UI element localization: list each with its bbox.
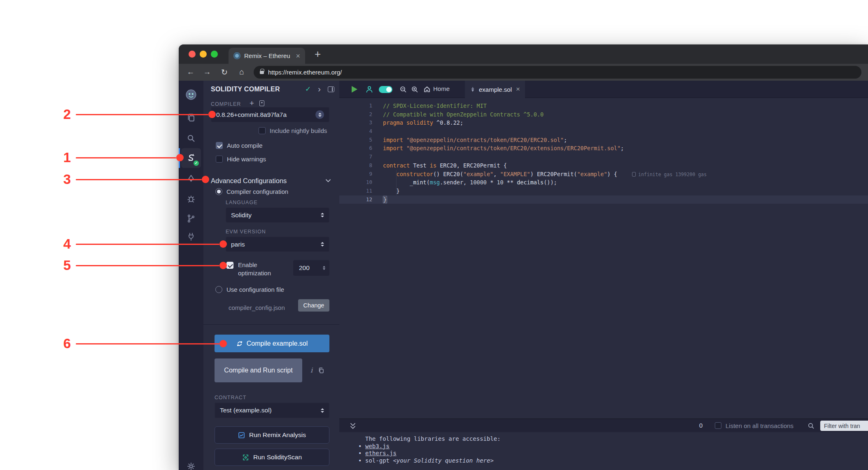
run-solidityscan-label: Run SolidityScan bbox=[253, 454, 302, 461]
settings-gear-icon[interactable] bbox=[181, 456, 201, 470]
run-solidityscan-button[interactable]: Run SolidityScan bbox=[215, 449, 329, 466]
use-configuration-file-radio[interactable] bbox=[215, 286, 222, 293]
compiler-configuration-radio-row[interactable]: Compiler configuration bbox=[215, 188, 288, 195]
back-icon[interactable]: ← bbox=[185, 67, 196, 77]
compile-button[interactable]: Compile example.sol bbox=[215, 335, 329, 352]
terminal-link[interactable]: web3.js bbox=[365, 443, 390, 449]
number-stepper-icon[interactable] bbox=[323, 266, 325, 270]
forward-icon[interactable]: → bbox=[202, 67, 212, 77]
transaction-filter-input[interactable] bbox=[820, 421, 868, 431]
panel-divider bbox=[203, 324, 339, 325]
new-tab-button[interactable]: + bbox=[315, 48, 321, 60]
browser-home-icon[interactable]: ⌂ bbox=[236, 67, 247, 77]
code-line[interactable]: 6import "@openzeppelin/contracts/token/E… bbox=[339, 144, 868, 153]
code-line[interactable]: 7 bbox=[339, 153, 868, 161]
code-line[interactable]: 12} bbox=[339, 195, 868, 204]
compile-and-run-button[interactable]: Compile and Run script bbox=[215, 358, 302, 382]
compile-and-run-label: Compile and Run script bbox=[224, 366, 292, 375]
change-config-button-label: Change bbox=[303, 302, 324, 309]
solidity-file-icon bbox=[470, 86, 476, 92]
code-line[interactable]: 10 _mint(msg.sender, 10000 * 10 ** decim… bbox=[339, 178, 868, 187]
solidityscan-icon bbox=[242, 454, 249, 461]
use-configuration-file-radio-row[interactable]: Use configuration file bbox=[215, 286, 284, 293]
optimization-runs-input[interactable]: 200 bbox=[293, 260, 329, 276]
config-file-name[interactable]: compiler_config.json bbox=[229, 304, 285, 311]
remix-logo-icon[interactable] bbox=[181, 85, 201, 105]
solidity-compiler-icon[interactable]: ✓ bbox=[181, 148, 201, 168]
window-zoom-button[interactable] bbox=[211, 51, 218, 58]
enable-optimization-checkbox[interactable] bbox=[226, 262, 233, 269]
chevron-right-icon[interactable]: › bbox=[318, 84, 321, 94]
indent-guide bbox=[396, 170, 397, 195]
hide-warnings-checkbox[interactable] bbox=[216, 156, 223, 163]
terminal-output[interactable]: The following libraries are accessible:•… bbox=[339, 432, 868, 470]
annotation-number: 1 bbox=[59, 150, 75, 165]
home-tab-icon[interactable] bbox=[423, 86, 431, 93]
contract-value: Test (example.sol) bbox=[220, 407, 272, 414]
language-select[interactable]: Solidity bbox=[226, 207, 329, 223]
browser-tab[interactable]: Remix – Ethereu × bbox=[229, 48, 305, 64]
code-line[interactable]: 9 constructor() ERC20("example", "EXAMPL… bbox=[339, 170, 868, 179]
address-bar[interactable]: https://remix.ethereum.org/ bbox=[254, 66, 861, 79]
window-close-button[interactable] bbox=[189, 51, 196, 58]
line-number: 7 bbox=[339, 153, 379, 161]
compile-success-badge-icon: ✓ bbox=[194, 161, 199, 166]
pin-panel-icon[interactable] bbox=[328, 86, 334, 92]
terminal-collapse-icon[interactable] bbox=[348, 421, 357, 430]
annotation-number: 2 bbox=[59, 107, 75, 122]
code-editor[interactable]: 1// SPDX-License-Identifier: MIT2// Comp… bbox=[339, 98, 868, 419]
zoom-out-icon[interactable] bbox=[399, 86, 407, 93]
chevron-down-icon bbox=[324, 177, 332, 184]
file-explorer-icon[interactable] bbox=[181, 108, 201, 128]
copy-icon[interactable] bbox=[318, 367, 324, 374]
run-script-play-icon[interactable] bbox=[352, 86, 357, 93]
zoom-in-icon[interactable] bbox=[411, 86, 418, 93]
auto-compile-row[interactable]: Auto compile bbox=[216, 142, 263, 149]
enable-optimization-row[interactable] bbox=[226, 262, 233, 269]
hide-warnings-row[interactable]: Hide warnings bbox=[216, 156, 266, 163]
terminal-link[interactable]: ethers.js bbox=[365, 450, 397, 456]
contract-select[interactable]: Test (example.sol) bbox=[215, 403, 329, 418]
code-line[interactable]: 11 } bbox=[339, 187, 868, 195]
code-line[interactable]: 3pragma solidity ^0.8.22; bbox=[339, 119, 868, 127]
search-icon[interactable] bbox=[181, 128, 201, 148]
source-control-icon[interactable] bbox=[181, 209, 201, 228]
include-nightly-checkbox[interactable] bbox=[259, 127, 266, 134]
window-minimize-button[interactable] bbox=[200, 51, 207, 58]
info-icon[interactable]: i bbox=[310, 366, 313, 374]
select-stepper-icon bbox=[321, 213, 324, 217]
include-nightly-row[interactable]: Include nightly builds bbox=[259, 127, 327, 134]
editor-tab-close-icon[interactable]: × bbox=[516, 85, 520, 93]
add-compiler-icon[interactable]: + bbox=[250, 99, 254, 108]
terminal-text: sol-gpt bbox=[365, 457, 393, 464]
code-line[interactable]: 4 bbox=[339, 127, 868, 136]
ai-copilot-toggle[interactable] bbox=[379, 86, 392, 93]
reload-icon[interactable]: ↻ bbox=[219, 67, 230, 77]
editor-file-tab[interactable]: example.sol × bbox=[465, 81, 525, 98]
code-line[interactable]: 5import "@openzeppelin/contracts/token/E… bbox=[339, 136, 868, 144]
plugin-manager-icon[interactable] bbox=[181, 227, 201, 247]
debugger-icon[interactable] bbox=[181, 189, 201, 209]
compiler-version-value: 0.8.26+commit.8a97fa7a bbox=[216, 111, 287, 119]
code-line[interactable]: 8contract Test is ERC20, ERC20Permit { bbox=[339, 161, 868, 170]
ai-assistant-icon[interactable] bbox=[366, 86, 373, 93]
load-compiler-file-icon[interactable] bbox=[259, 100, 264, 106]
bullet: • bbox=[358, 457, 362, 465]
change-config-button[interactable]: Change bbox=[298, 299, 329, 312]
listen-all-transactions-checkbox[interactable] bbox=[715, 422, 721, 429]
run-remix-analysis-button[interactable]: Run Remix Analysis bbox=[215, 426, 329, 444]
terminal-search-icon[interactable] bbox=[807, 422, 814, 429]
evm-version-select[interactable]: paris bbox=[226, 237, 329, 252]
select-stepper-icon bbox=[315, 110, 324, 119]
code-line[interactable]: 2// Compatible with OpenZeppelin Contrac… bbox=[339, 110, 868, 119]
compiler-version-select[interactable]: 0.8.26+commit.8a97fa7a bbox=[211, 107, 329, 122]
auto-compile-checkbox[interactable] bbox=[216, 142, 223, 149]
transaction-count-badge: 0 bbox=[699, 422, 702, 429]
tab-close-icon[interactable]: × bbox=[296, 52, 300, 60]
advanced-configurations-header[interactable]: Advanced Configurations bbox=[211, 175, 332, 186]
compiler-configuration-radio[interactable] bbox=[215, 188, 222, 195]
deploy-and-run-icon[interactable] bbox=[181, 169, 201, 189]
compile-button-label: Compile example.sol bbox=[247, 340, 308, 347]
home-tab-label[interactable]: Home bbox=[433, 85, 450, 92]
code-line[interactable]: 1// SPDX-License-Identifier: MIT bbox=[339, 102, 868, 110]
